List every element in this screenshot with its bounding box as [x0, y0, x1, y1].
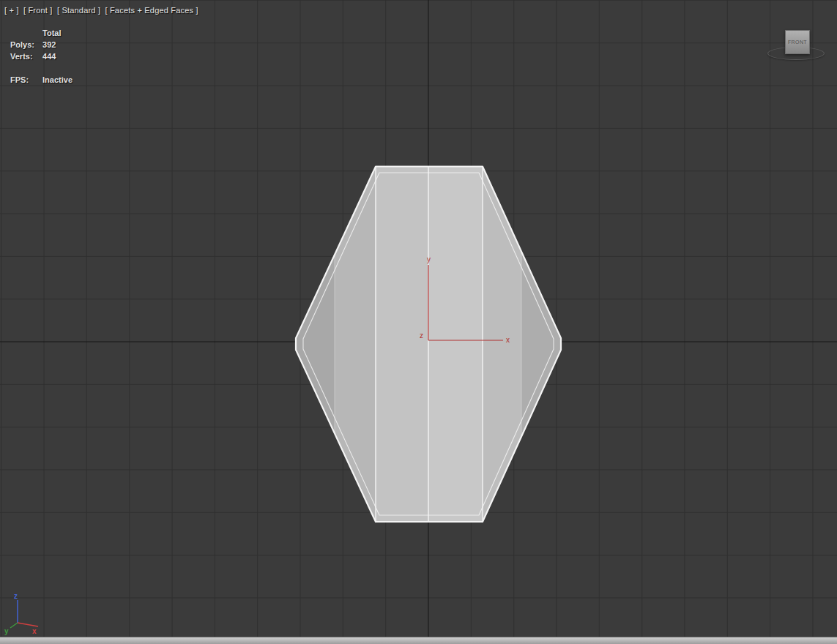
- viewcube-front-face[interactable]: FRONT: [785, 30, 810, 54]
- viewport-renderer-menu[interactable]: [ Standard ]: [57, 6, 100, 15]
- facet: [335, 167, 376, 523]
- stats-fps-value: Inactive: [42, 75, 72, 84]
- viewport-scene[interactable]: y x z z x y: [0, 0, 837, 644]
- facet: [428, 167, 483, 523]
- world-y-axis: [10, 623, 18, 628]
- max-viewport: { "viewport_label": { "plus": "[ + ]", "…: [0, 0, 837, 644]
- world-x-label: x: [32, 627, 37, 635]
- stats-fps-label: FPS:: [10, 75, 40, 84]
- world-y-label: y: [4, 627, 9, 635]
- stats-total-header: Total: [42, 29, 61, 37]
- world-z-label: z: [14, 592, 18, 600]
- gizmo-z-label: z: [420, 332, 423, 340]
- stats-polys-value: 392: [42, 40, 56, 49]
- facet: [483, 167, 521, 523]
- bottom-ui-strip[interactable]: [0, 637, 837, 644]
- viewcube-widget[interactable]: FRONT: [767, 28, 833, 63]
- world-x-axis: [18, 623, 38, 626]
- viewport-pov-menu[interactable]: [ Front ]: [23, 6, 53, 15]
- stats-verts-label: Verts:: [10, 52, 40, 61]
- gizmo-x-label: x: [506, 336, 510, 344]
- viewport-shading-menu[interactable]: [ Facets + Edged Faces ]: [105, 6, 198, 15]
- world-axis-tripod: z x y: [4, 592, 38, 635]
- chamfer-cylinder-object[interactable]: [296, 167, 561, 523]
- facet: [296, 255, 335, 433]
- gizmo-y-label: y: [427, 255, 431, 263]
- viewport-general-menu[interactable]: [ + ]: [4, 6, 19, 15]
- viewport-label: [ + ] [ Front ] [ Standard ] [ Facets + …: [4, 6, 201, 15]
- facet: [376, 167, 428, 523]
- stats-verts-value: 444: [42, 52, 56, 61]
- stats-polys-label: Polys:: [10, 40, 40, 49]
